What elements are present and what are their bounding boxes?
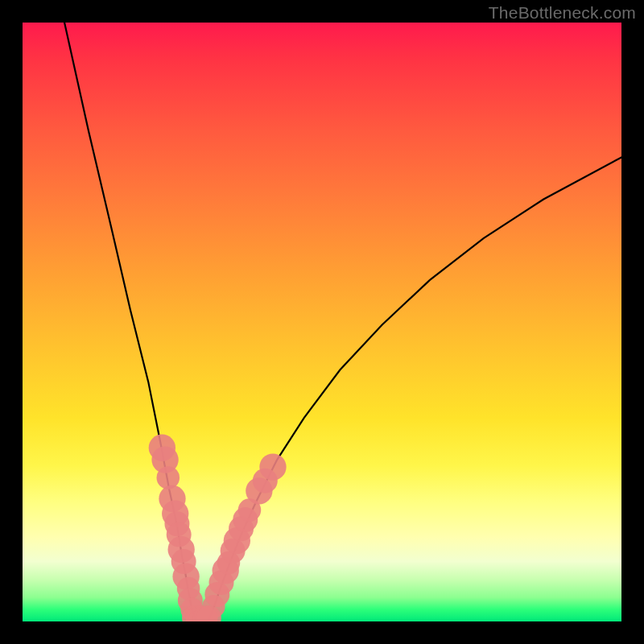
watermark-text: TheBottleneck.com [489,3,636,23]
data-point [157,466,180,489]
plot-area [23,23,621,621]
data-point [259,453,286,480]
curves-layer [23,23,621,621]
right-curve [208,157,621,621]
chart-canvas: TheBottleneck.com [0,0,644,644]
data-point-cluster [149,435,287,621]
